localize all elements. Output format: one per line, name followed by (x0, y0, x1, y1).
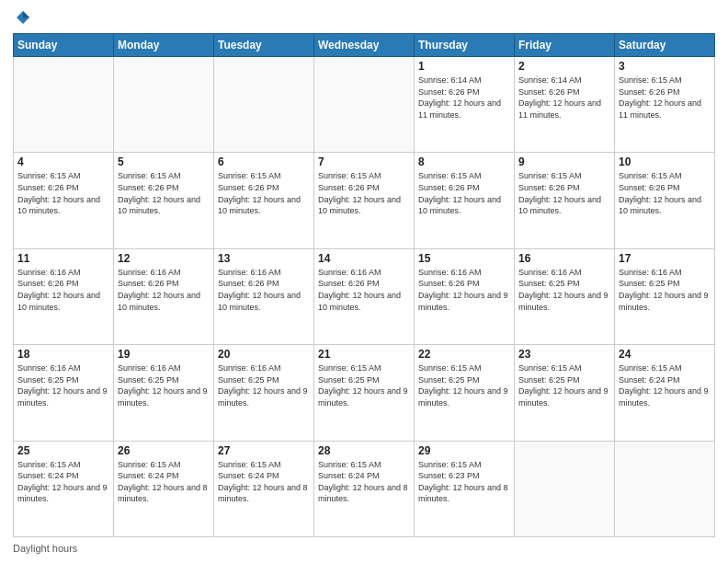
day-number: 2 (518, 60, 610, 73)
table-row: 19Sunrise: 6:16 AM Sunset: 6:25 PM Dayli… (114, 345, 214, 441)
table-row: 17Sunrise: 6:16 AM Sunset: 6:25 PM Dayli… (615, 248, 715, 344)
table-row: 2Sunrise: 6:14 AM Sunset: 6:26 PM Daylig… (515, 57, 615, 153)
day-info: Sunrise: 6:15 AM Sunset: 6:24 PM Dayligh… (218, 459, 310, 505)
table-row: 10Sunrise: 6:15 AM Sunset: 6:26 PM Dayli… (615, 153, 715, 248)
day-info: Sunrise: 6:16 AM Sunset: 6:26 PM Dayligh… (318, 267, 410, 313)
col-sunday: Sunday (14, 34, 114, 57)
day-number: 17 (619, 252, 711, 265)
table-row: 25Sunrise: 6:15 AM Sunset: 6:24 PM Dayli… (14, 441, 114, 536)
day-number: 10 (619, 155, 711, 168)
table-row: 8Sunrise: 6:15 AM Sunset: 6:26 PM Daylig… (415, 153, 515, 248)
day-number: 13 (218, 252, 310, 265)
day-number: 27 (218, 444, 310, 457)
day-info: Sunrise: 6:16 AM Sunset: 6:25 PM Dayligh… (17, 362, 109, 408)
logo (13, 9, 31, 26)
day-info: Sunrise: 6:15 AM Sunset: 6:26 PM Dayligh… (418, 170, 510, 216)
table-row: 15Sunrise: 6:16 AM Sunset: 6:26 PM Dayli… (415, 248, 515, 344)
logo-icon (15, 9, 31, 26)
calendar-week-row: 25Sunrise: 6:15 AM Sunset: 6:24 PM Dayli… (14, 441, 715, 536)
day-info: Sunrise: 6:15 AM Sunset: 6:26 PM Dayligh… (318, 170, 410, 216)
day-number: 22 (418, 348, 510, 361)
day-number: 18 (17, 348, 109, 361)
day-number: 20 (218, 348, 310, 361)
table-row: 18Sunrise: 6:16 AM Sunset: 6:25 PM Dayli… (14, 345, 114, 441)
day-info: Sunrise: 6:14 AM Sunset: 6:26 PM Dayligh… (518, 75, 610, 121)
table-row: 23Sunrise: 6:15 AM Sunset: 6:25 PM Dayli… (515, 345, 615, 441)
day-info: Sunrise: 6:15 AM Sunset: 6:26 PM Dayligh… (518, 170, 610, 216)
table-row: 26Sunrise: 6:15 AM Sunset: 6:24 PM Dayli… (114, 441, 214, 536)
day-info: Sunrise: 6:15 AM Sunset: 6:24 PM Dayligh… (318, 459, 410, 505)
table-row: 20Sunrise: 6:16 AM Sunset: 6:25 PM Dayli… (214, 345, 314, 441)
day-info: Sunrise: 6:15 AM Sunset: 6:24 PM Dayligh… (619, 362, 711, 408)
day-info: Sunrise: 6:15 AM Sunset: 6:24 PM Dayligh… (118, 459, 210, 505)
table-row: 11Sunrise: 6:16 AM Sunset: 6:26 PM Dayli… (14, 248, 114, 344)
day-info: Sunrise: 6:15 AM Sunset: 6:23 PM Dayligh… (418, 459, 510, 505)
day-info: Sunrise: 6:16 AM Sunset: 6:25 PM Dayligh… (619, 267, 711, 313)
day-info: Sunrise: 6:15 AM Sunset: 6:26 PM Dayligh… (218, 170, 310, 216)
table-row: 3Sunrise: 6:15 AM Sunset: 6:26 PM Daylig… (615, 57, 715, 153)
table-row: 27Sunrise: 6:15 AM Sunset: 6:24 PM Dayli… (214, 441, 314, 536)
day-number: 1 (418, 60, 510, 73)
table-row (615, 441, 715, 536)
table-row (314, 57, 415, 153)
day-info: Sunrise: 6:16 AM Sunset: 6:26 PM Dayligh… (218, 267, 310, 313)
table-row: 16Sunrise: 6:16 AM Sunset: 6:25 PM Dayli… (515, 248, 615, 344)
calendar-table: Sunday Monday Tuesday Wednesday Thursday… (13, 33, 715, 537)
table-row: 28Sunrise: 6:15 AM Sunset: 6:24 PM Dayli… (314, 441, 415, 536)
table-row: 1Sunrise: 6:14 AM Sunset: 6:26 PM Daylig… (415, 57, 515, 153)
calendar-header-row: Sunday Monday Tuesday Wednesday Thursday… (14, 34, 715, 57)
table-row: 14Sunrise: 6:16 AM Sunset: 6:26 PM Dayli… (314, 248, 415, 344)
day-info: Sunrise: 6:16 AM Sunset: 6:25 PM Dayligh… (218, 362, 310, 408)
calendar-week-row: 4Sunrise: 6:15 AM Sunset: 6:26 PM Daylig… (14, 153, 715, 248)
day-number: 6 (218, 155, 310, 168)
table-row (515, 441, 615, 536)
day-number: 9 (518, 155, 610, 168)
day-info: Sunrise: 6:15 AM Sunset: 6:25 PM Dayligh… (418, 362, 510, 408)
day-number: 16 (518, 252, 610, 265)
day-number: 11 (17, 252, 109, 265)
table-row: 24Sunrise: 6:15 AM Sunset: 6:24 PM Dayli… (615, 345, 715, 441)
day-info: Sunrise: 6:16 AM Sunset: 6:26 PM Dayligh… (17, 267, 109, 313)
day-number: 26 (118, 444, 210, 457)
calendar-week-row: 11Sunrise: 6:16 AM Sunset: 6:26 PM Dayli… (14, 248, 715, 344)
table-row: 4Sunrise: 6:15 AM Sunset: 6:26 PM Daylig… (14, 153, 114, 248)
day-info: Sunrise: 6:16 AM Sunset: 6:25 PM Dayligh… (118, 362, 210, 408)
table-row: 12Sunrise: 6:16 AM Sunset: 6:26 PM Dayli… (114, 248, 214, 344)
day-info: Sunrise: 6:14 AM Sunset: 6:26 PM Dayligh… (418, 75, 510, 121)
day-number: 7 (318, 155, 410, 168)
col-tuesday: Tuesday (214, 34, 314, 57)
col-friday: Friday (515, 34, 615, 57)
day-info: Sunrise: 6:15 AM Sunset: 6:25 PM Dayligh… (518, 362, 610, 408)
table-row: 5Sunrise: 6:15 AM Sunset: 6:26 PM Daylig… (114, 153, 214, 248)
svg-marker-1 (23, 11, 29, 18)
day-number: 24 (619, 348, 711, 361)
day-number: 23 (518, 348, 610, 361)
table-row (14, 57, 114, 153)
page: Sunday Monday Tuesday Wednesday Thursday… (0, 0, 728, 563)
col-monday: Monday (114, 34, 214, 57)
table-row: 29Sunrise: 6:15 AM Sunset: 6:23 PM Dayli… (415, 441, 515, 536)
day-number: 29 (418, 444, 510, 457)
table-row: 6Sunrise: 6:15 AM Sunset: 6:26 PM Daylig… (214, 153, 314, 248)
day-info: Sunrise: 6:15 AM Sunset: 6:26 PM Dayligh… (619, 75, 711, 121)
table-row (214, 57, 314, 153)
day-number: 19 (118, 348, 210, 361)
day-info: Sunrise: 6:15 AM Sunset: 6:24 PM Dayligh… (17, 459, 109, 505)
day-info: Sunrise: 6:15 AM Sunset: 6:26 PM Dayligh… (17, 170, 109, 216)
col-saturday: Saturday (615, 34, 715, 57)
day-number: 5 (118, 155, 210, 168)
day-number: 25 (17, 444, 109, 457)
day-info: Sunrise: 6:15 AM Sunset: 6:25 PM Dayligh… (318, 362, 410, 408)
col-thursday: Thursday (415, 34, 515, 57)
day-info: Sunrise: 6:16 AM Sunset: 6:26 PM Dayligh… (418, 267, 510, 313)
table-row: 9Sunrise: 6:15 AM Sunset: 6:26 PM Daylig… (515, 153, 615, 248)
day-number: 28 (318, 444, 410, 457)
table-row: 7Sunrise: 6:15 AM Sunset: 6:26 PM Daylig… (314, 153, 415, 248)
table-row: 21Sunrise: 6:15 AM Sunset: 6:25 PM Dayli… (314, 345, 415, 441)
calendar-week-row: 18Sunrise: 6:16 AM Sunset: 6:25 PM Dayli… (14, 345, 715, 441)
footer-text: Daylight hours (13, 543, 77, 554)
day-info: Sunrise: 6:16 AM Sunset: 6:26 PM Dayligh… (118, 267, 210, 313)
day-number: 4 (17, 155, 109, 168)
day-number: 21 (318, 348, 410, 361)
footer: Daylight hours (13, 543, 715, 554)
